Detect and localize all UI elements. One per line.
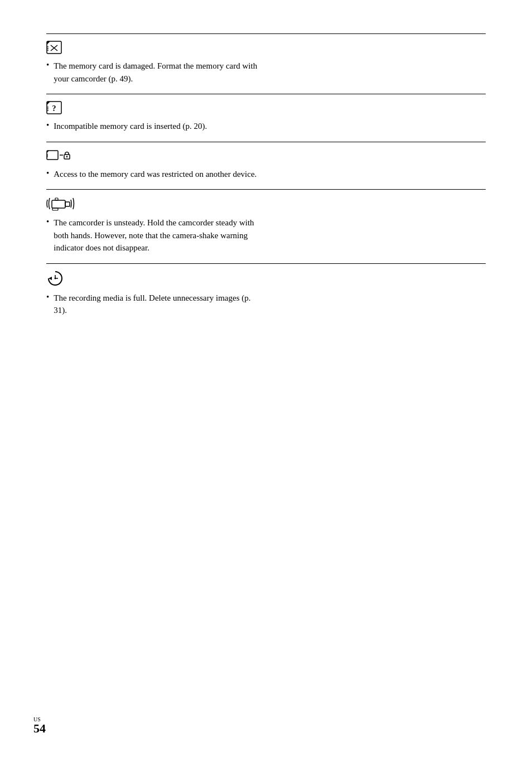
divider-5 (46, 263, 486, 264)
divider-4 (46, 189, 486, 190)
svg-marker-8 (47, 102, 50, 105)
svg-point-29 (55, 277, 56, 279)
divider-top-1 (46, 33, 486, 34)
incompatible-card-icon-row: ? (46, 100, 486, 115)
list-item: • The recording media is full. Delete un… (46, 292, 486, 317)
damaged-card-icon-row (46, 40, 486, 55)
svg-rect-22 (52, 200, 65, 208)
media-full-text: The recording media is full. Delete unne… (54, 292, 265, 317)
unsteady-camcorder-text: The camcorder is unsteady. Hold the camc… (54, 216, 265, 254)
section-unsteady-camcorder: • The camcorder is unsteady. Hold the ca… (46, 189, 486, 254)
damaged-card-text: The memory card is damaged. Format the m… (54, 60, 265, 85)
svg-rect-0 (47, 41, 61, 54)
bullet-dot: • (46, 217, 49, 226)
bullet-dot: • (46, 60, 49, 70)
unsteady-camcorder-bullets: • The camcorder is unsteady. Hold the ca… (46, 216, 486, 254)
section-media-full: • The recording media is full. Delete un… (46, 263, 486, 317)
svg-rect-13 (47, 151, 58, 160)
incompatible-card-bullets: • Incompatible memory card is inserted (… (46, 120, 486, 133)
divider-2 (46, 94, 486, 94)
svg-text:?: ? (52, 104, 56, 113)
page-container: • The memory card is damaged. Format the… (0, 0, 532, 757)
restricted-card-icon-row (46, 148, 486, 163)
damaged-card-bullets: • The memory card is damaged. Format the… (46, 60, 486, 85)
bullet-dot: • (46, 292, 49, 302)
list-item: • Access to the memory card was restrict… (46, 168, 486, 181)
restricted-card-bullets: • Access to the memory card was restrict… (46, 168, 486, 181)
media-full-icon (46, 269, 64, 287)
shake-camcorder-icon (46, 195, 75, 212)
svg-rect-21 (66, 156, 67, 157)
svg-marker-1 (47, 41, 50, 45)
media-full-icon-row (46, 269, 486, 287)
list-item: • The memory card is damaged. Format the… (46, 60, 486, 85)
bullet-dot: • (46, 120, 49, 130)
svg-rect-23 (65, 202, 70, 206)
incompatible-card-icon: ? (46, 100, 66, 115)
divider-3 (46, 142, 486, 142)
bullet-dot: • (46, 168, 49, 178)
media-full-bullets: • The recording media is full. Delete un… (46, 292, 486, 317)
incompatible-card-text: Incompatible memory card is inserted (p.… (54, 120, 207, 133)
section-damaged-card: • The memory card is damaged. Format the… (46, 33, 486, 85)
list-item: • Incompatible memory card is inserted (… (46, 120, 486, 133)
section-restricted-card: • Access to the memory card was restrict… (46, 142, 486, 181)
unsteady-camcorder-icon-row (46, 195, 486, 212)
page-number: 54 (33, 722, 46, 735)
list-item: • The camcorder is unsteady. Hold the ca… (46, 216, 486, 254)
section-incompatible-card: ? • Incompatible memory card is inserted… (46, 94, 486, 133)
restricted-card-icon (46, 148, 78, 163)
damaged-card-icon (46, 40, 66, 55)
page-footer: US 54 (33, 717, 46, 735)
restricted-card-text: Access to the memory card was restricted… (54, 168, 257, 181)
